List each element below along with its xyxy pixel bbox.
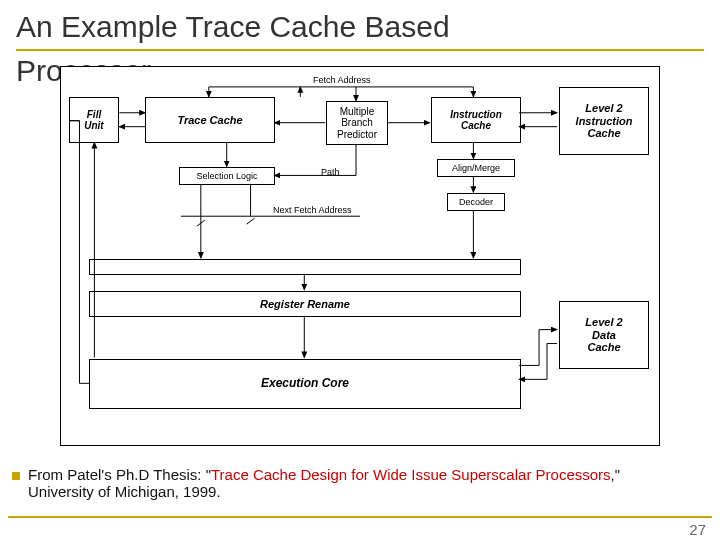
slide-title-line1: An Example Trace Cache Based	[0, 0, 720, 45]
svg-line-18	[247, 218, 255, 224]
box-register-rename: Register Rename	[89, 291, 521, 317]
citation-link: Trace Cache Design for Wide Issue Supers…	[211, 466, 611, 483]
box-trace-cache: Trace Cache	[145, 97, 275, 143]
label-fetch-address: Fetch Address	[313, 75, 371, 85]
label-execution-core: Execution Core	[261, 377, 349, 391]
box-branch-predictor: MultipleBranchPredictor	[326, 101, 388, 145]
box-selection-logic: Selection Logic	[179, 167, 275, 185]
label-fill-unit: FillUnit	[84, 109, 103, 132]
svg-line-32	[519, 334, 557, 372]
box-l2-dcache: Level 2DataCache	[559, 301, 649, 369]
label-l2-dcache: Level 2DataCache	[585, 316, 622, 354]
citation: From Patel's Ph.D Thesis: "Trace Cache D…	[28, 466, 688, 500]
label-next-fetch-address: Next Fetch Address	[273, 205, 352, 215]
box-l2-icache: Level 2InstructionCache	[559, 87, 649, 155]
label-align-merge: Align/Merge	[452, 163, 500, 173]
label-instruction-cache: InstructionCache	[450, 109, 502, 132]
label-decoder: Decoder	[459, 197, 493, 207]
label-selection-logic: Selection Logic	[196, 171, 257, 181]
bottom-divider	[8, 516, 712, 518]
label-register-rename: Register Rename	[260, 298, 350, 311]
box-instruction-cache: InstructionCache	[431, 97, 521, 143]
box-bus-bar	[89, 259, 521, 275]
diagram-frame: FillUnit Trace Cache MultipleBranchPredi…	[60, 66, 660, 446]
box-fill-unit: FillUnit	[69, 97, 119, 143]
page-number: 27	[689, 521, 706, 538]
label-path: Path	[321, 167, 340, 177]
svg-line-15	[197, 220, 205, 226]
label-trace-cache: Trace Cache	[177, 114, 242, 127]
box-execution-core: Execution Core	[89, 359, 521, 409]
bullet-icon	[12, 472, 20, 480]
citation-prefix: From Patel's Ph.D Thesis: "	[28, 466, 211, 483]
box-align-merge: Align/Merge	[437, 159, 515, 177]
label-branch-predictor: MultipleBranchPredictor	[337, 106, 377, 141]
label-l2-icache: Level 2InstructionCache	[576, 102, 633, 140]
box-decoder: Decoder	[447, 193, 505, 211]
